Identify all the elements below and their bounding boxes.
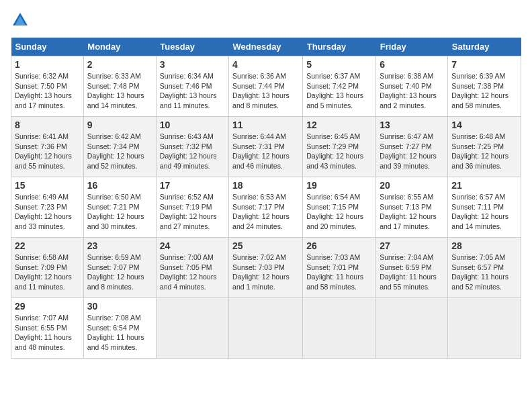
day-info: Sunrise: 6:43 AM Sunset: 7:32 PM Dayligh… [160, 132, 225, 171]
calendar-cell: 26Sunrise: 7:03 AM Sunset: 7:01 PM Dayli… [303, 238, 376, 298]
calendar-cell: 12Sunrise: 6:45 AM Sunset: 7:29 PM Dayli… [303, 117, 376, 177]
day-number: 8 [15, 120, 80, 130]
day-info: Sunrise: 6:39 AM Sunset: 7:38 PM Dayligh… [451, 71, 517, 111]
day-info: Sunrise: 6:50 AM Sunset: 7:21 PM Dayligh… [87, 192, 152, 232]
day-number: 24 [160, 240, 225, 251]
calendar-cell: 24Sunrise: 7:00 AM Sunset: 7:05 PM Dayli… [156, 238, 228, 298]
day-number: 14 [451, 120, 517, 130]
day-number: 29 [15, 301, 80, 312]
day-number: 4 [232, 59, 299, 70]
calendar-cell: 21Sunrise: 6:57 AM Sunset: 7:11 PM Dayli… [448, 177, 521, 238]
calendar-cell [156, 298, 228, 359]
day-info: Sunrise: 7:04 AM Sunset: 6:59 PM Dayligh… [380, 253, 444, 292]
calendar-week-row: 8Sunrise: 6:41 AM Sunset: 7:36 PM Daylig… [11, 117, 521, 177]
day-number: 20 [380, 180, 444, 191]
day-number: 6 [380, 59, 444, 70]
day-info: Sunrise: 6:37 AM Sunset: 7:42 PM Dayligh… [306, 71, 372, 111]
day-number: 12 [306, 120, 372, 130]
day-info: Sunrise: 7:03 AM Sunset: 7:01 PM Dayligh… [306, 253, 372, 292]
day-info: Sunrise: 7:05 AM Sunset: 6:57 PM Dayligh… [451, 253, 517, 292]
calendar-cell: 6Sunrise: 6:38 AM Sunset: 7:40 PM Daylig… [376, 56, 448, 117]
calendar-cell: 19Sunrise: 6:54 AM Sunset: 7:15 PM Dayli… [303, 177, 376, 238]
day-number: 27 [380, 240, 444, 251]
day-number: 3 [160, 59, 225, 70]
day-number: 13 [380, 120, 444, 130]
day-info: Sunrise: 6:42 AM Sunset: 7:34 PM Dayligh… [87, 132, 152, 171]
day-number: 9 [87, 120, 152, 130]
day-info: Sunrise: 6:38 AM Sunset: 7:40 PM Dayligh… [380, 71, 444, 111]
day-number: 30 [87, 301, 152, 312]
calendar-cell: 27Sunrise: 7:04 AM Sunset: 6:59 PM Dayli… [376, 238, 448, 298]
day-number: 10 [160, 120, 225, 130]
calendar-cell: 14Sunrise: 6:48 AM Sunset: 7:25 PM Dayli… [448, 117, 521, 177]
col-header-thursday: Thursday [303, 38, 376, 56]
calendar-cell: 11Sunrise: 6:44 AM Sunset: 7:31 PM Dayli… [229, 117, 303, 177]
calendar-cell [229, 298, 303, 359]
calendar-cell: 30Sunrise: 7:08 AM Sunset: 6:54 PM Dayli… [83, 298, 156, 359]
calendar-cell: 7Sunrise: 6:39 AM Sunset: 7:38 PM Daylig… [448, 56, 521, 117]
calendar-cell: 22Sunrise: 6:58 AM Sunset: 7:09 PM Dayli… [11, 238, 84, 298]
calendar-cell [448, 298, 521, 359]
calendar-cell [303, 298, 376, 359]
calendar-table: SundayMondayTuesdayWednesdayThursdayFrid… [11, 38, 521, 359]
day-number: 23 [87, 240, 152, 251]
day-info: Sunrise: 7:08 AM Sunset: 6:54 PM Dayligh… [87, 313, 152, 353]
logo-icon [11, 11, 30, 30]
col-header-sunday: Sunday [11, 38, 84, 56]
col-header-monday: Monday [83, 38, 156, 56]
day-info: Sunrise: 6:57 AM Sunset: 7:11 PM Dayligh… [451, 192, 517, 232]
calendar-cell: 20Sunrise: 6:55 AM Sunset: 7:13 PM Dayli… [376, 177, 448, 238]
day-info: Sunrise: 7:00 AM Sunset: 7:05 PM Dayligh… [160, 253, 225, 292]
day-number: 15 [15, 180, 80, 191]
day-info: Sunrise: 6:49 AM Sunset: 7:23 PM Dayligh… [15, 192, 80, 232]
day-number: 19 [306, 180, 372, 191]
calendar-cell: 10Sunrise: 6:43 AM Sunset: 7:32 PM Dayli… [156, 117, 228, 177]
calendar-cell: 16Sunrise: 6:50 AM Sunset: 7:21 PM Dayli… [83, 177, 156, 238]
day-number: 18 [232, 180, 299, 191]
logo [11, 11, 32, 30]
day-number: 25 [232, 240, 299, 251]
day-info: Sunrise: 6:52 AM Sunset: 7:19 PM Dayligh… [160, 192, 225, 232]
day-number: 26 [306, 240, 372, 251]
day-number: 21 [451, 180, 517, 191]
day-info: Sunrise: 7:07 AM Sunset: 6:55 PM Dayligh… [15, 313, 80, 353]
day-number: 28 [451, 240, 517, 251]
day-info: Sunrise: 6:36 AM Sunset: 7:44 PM Dayligh… [232, 71, 299, 111]
calendar-cell: 13Sunrise: 6:47 AM Sunset: 7:27 PM Dayli… [376, 117, 448, 177]
calendar-week-row: 1Sunrise: 6:32 AM Sunset: 7:50 PM Daylig… [11, 56, 521, 117]
col-header-tuesday: Tuesday [156, 38, 228, 56]
day-info: Sunrise: 6:53 AM Sunset: 7:17 PM Dayligh… [232, 192, 299, 232]
day-info: Sunrise: 6:58 AM Sunset: 7:09 PM Dayligh… [15, 253, 80, 292]
col-header-saturday: Saturday [448, 38, 521, 56]
calendar-cell: 29Sunrise: 7:07 AM Sunset: 6:55 PM Dayli… [11, 298, 84, 359]
calendar-cell: 5Sunrise: 6:37 AM Sunset: 7:42 PM Daylig… [303, 56, 376, 117]
day-info: Sunrise: 6:47 AM Sunset: 7:27 PM Dayligh… [380, 132, 444, 171]
day-info: Sunrise: 6:54 AM Sunset: 7:15 PM Dayligh… [306, 192, 372, 232]
calendar-week-row: 22Sunrise: 6:58 AM Sunset: 7:09 PM Dayli… [11, 238, 521, 298]
day-number: 16 [87, 180, 152, 191]
calendar-cell: 8Sunrise: 6:41 AM Sunset: 7:36 PM Daylig… [11, 117, 84, 177]
calendar-cell: 25Sunrise: 7:02 AM Sunset: 7:03 PM Dayli… [229, 238, 303, 298]
calendar-header-row: SundayMondayTuesdayWednesdayThursdayFrid… [11, 38, 521, 56]
calendar-cell: 28Sunrise: 7:05 AM Sunset: 6:57 PM Dayli… [448, 238, 521, 298]
calendar-cell: 23Sunrise: 6:59 AM Sunset: 7:07 PM Dayli… [83, 238, 156, 298]
calendar-cell: 18Sunrise: 6:53 AM Sunset: 7:17 PM Dayli… [229, 177, 303, 238]
calendar-cell: 9Sunrise: 6:42 AM Sunset: 7:34 PM Daylig… [83, 117, 156, 177]
header [11, 11, 521, 30]
calendar-cell: 1Sunrise: 6:32 AM Sunset: 7:50 PM Daylig… [11, 56, 84, 117]
day-info: Sunrise: 6:34 AM Sunset: 7:46 PM Dayligh… [160, 71, 225, 111]
day-info: Sunrise: 6:45 AM Sunset: 7:29 PM Dayligh… [306, 132, 372, 171]
day-number: 7 [451, 59, 517, 70]
calendar-cell: 4Sunrise: 6:36 AM Sunset: 7:44 PM Daylig… [229, 56, 303, 117]
calendar-cell: 3Sunrise: 6:34 AM Sunset: 7:46 PM Daylig… [156, 56, 228, 117]
day-number: 22 [15, 240, 80, 251]
day-number: 5 [306, 59, 372, 70]
calendar-week-row: 15Sunrise: 6:49 AM Sunset: 7:23 PM Dayli… [11, 177, 521, 238]
day-info: Sunrise: 6:33 AM Sunset: 7:48 PM Dayligh… [87, 71, 152, 111]
day-info: Sunrise: 6:44 AM Sunset: 7:31 PM Dayligh… [232, 132, 299, 171]
day-number: 17 [160, 180, 225, 191]
calendar-cell: 15Sunrise: 6:49 AM Sunset: 7:23 PM Dayli… [11, 177, 84, 238]
calendar-cell: 2Sunrise: 6:33 AM Sunset: 7:48 PM Daylig… [83, 56, 156, 117]
calendar-week-row: 29Sunrise: 7:07 AM Sunset: 6:55 PM Dayli… [11, 298, 521, 359]
day-number: 1 [15, 59, 80, 70]
